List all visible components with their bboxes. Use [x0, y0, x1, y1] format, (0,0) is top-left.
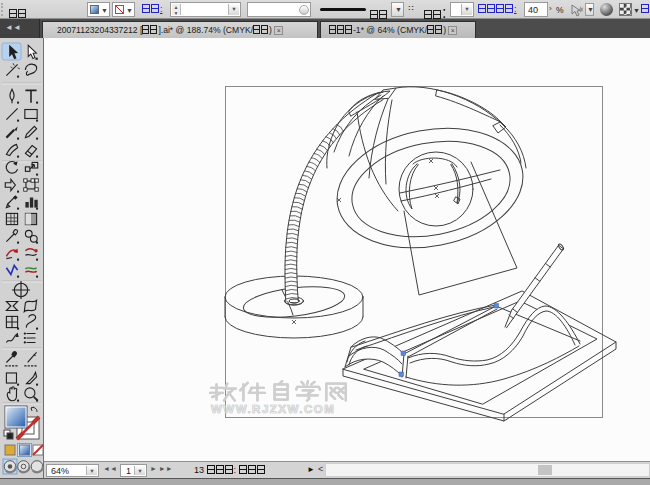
svg-text:WWW.RJZXW.COM: WWW.RJZXW.COM — [211, 403, 335, 415]
